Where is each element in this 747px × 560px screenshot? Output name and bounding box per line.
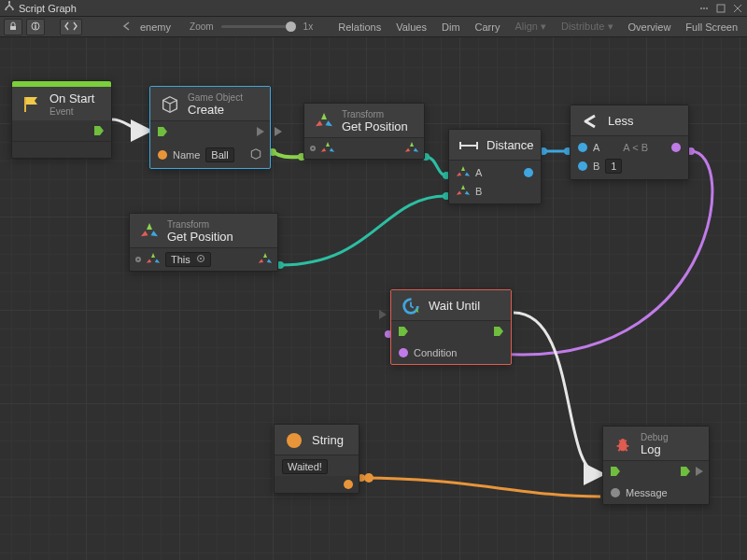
window-maximize-icon[interactable] bbox=[715, 3, 726, 14]
string-out-port[interactable] bbox=[344, 480, 353, 489]
exec-in-port[interactable] bbox=[397, 325, 410, 338]
breadcrumb-back-button[interactable] bbox=[118, 19, 136, 35]
condition-label: Condition bbox=[414, 347, 457, 358]
node-category: Transform bbox=[342, 109, 408, 120]
window-titlebar: Script Graph bbox=[0, 0, 747, 17]
gameobject-out-port[interactable] bbox=[249, 147, 262, 162]
string-in-port[interactable] bbox=[158, 150, 167, 160]
name-input[interactable]: Ball bbox=[205, 147, 233, 162]
node-get-position-b[interactable]: Transform Get Position This bbox=[129, 213, 278, 272]
target-in-port[interactable] bbox=[310, 146, 316, 151]
less-than-icon bbox=[580, 111, 600, 132]
node-title: Less bbox=[608, 115, 633, 129]
tab-dim[interactable]: Dim bbox=[436, 21, 466, 33]
message-label: Message bbox=[626, 487, 668, 498]
node-debug-log[interactable]: Debug Log Message bbox=[602, 426, 710, 505]
svg-point-4 bbox=[703, 7, 705, 9]
exec-out-port[interactable] bbox=[492, 325, 505, 338]
zoom-handle[interactable] bbox=[286, 21, 296, 32]
node-string[interactable]: String Waited! bbox=[274, 424, 359, 494]
exec-out-port[interactable] bbox=[257, 127, 264, 136]
breadcrumb-label[interactable]: enemy bbox=[140, 21, 176, 33]
node-less[interactable]: Less A A < B B 1 bbox=[570, 105, 689, 180]
float-in-port-b[interactable] bbox=[578, 161, 587, 171]
node-title: Wait Until bbox=[429, 300, 480, 314]
input-a-label: A bbox=[475, 167, 482, 178]
window-menu-icon[interactable] bbox=[698, 3, 710, 14]
node-category: Game Object bbox=[188, 92, 243, 104]
lock-button[interactable] bbox=[4, 19, 22, 35]
node-title: Log bbox=[641, 443, 668, 457]
svg-point-3 bbox=[700, 7, 702, 9]
input-label: Name bbox=[173, 149, 200, 161]
left-arrow-icon bbox=[122, 21, 132, 34]
b-value-input[interactable]: 1 bbox=[605, 159, 622, 174]
lock-icon bbox=[8, 21, 18, 34]
vector3-out-port[interactable] bbox=[405, 142, 418, 155]
wait-icon bbox=[401, 296, 421, 316]
node-title: Get Position bbox=[342, 120, 408, 134]
vector3-in-port-b[interactable] bbox=[457, 185, 470, 198]
node-title: Create bbox=[188, 104, 243, 118]
tab-values[interactable]: Values bbox=[390, 21, 432, 33]
svg-rect-6 bbox=[717, 5, 725, 12]
zoom-value: 1x bbox=[303, 21, 314, 32]
expr-label: A < B bbox=[623, 142, 648, 153]
float-in-port-a[interactable] bbox=[578, 143, 587, 152]
graph-scope-button[interactable] bbox=[60, 19, 82, 35]
string-icon bbox=[284, 430, 304, 451]
message-in-port[interactable] bbox=[611, 488, 620, 497]
tab-fullscreen[interactable]: Full Screen bbox=[680, 21, 743, 33]
float-out-port[interactable] bbox=[524, 168, 533, 177]
exec-in-port[interactable] bbox=[609, 465, 622, 478]
svg-rect-9 bbox=[35, 25, 35, 29]
node-gameobject-create[interactable]: Game Object Create Name Ball bbox=[149, 86, 271, 169]
vector3-out-port[interactable] bbox=[259, 253, 272, 266]
tab-align: Align ▾ bbox=[509, 21, 552, 33]
node-category: Transform bbox=[167, 219, 233, 231]
transform-icon bbox=[314, 111, 334, 132]
svg-point-24 bbox=[200, 258, 202, 259]
string-value-input[interactable]: Waited! bbox=[282, 459, 328, 474]
tab-distribute: Distribute ▾ bbox=[556, 21, 619, 33]
vector3-in-port-a[interactable] bbox=[457, 166, 470, 179]
zoom-slider[interactable] bbox=[221, 25, 296, 28]
target-picker-icon bbox=[196, 254, 205, 265]
bool-out-port[interactable] bbox=[671, 143, 681, 152]
info-icon bbox=[31, 21, 40, 34]
target-dropdown[interactable]: This bbox=[165, 252, 211, 267]
svg-point-10 bbox=[35, 22, 36, 24]
node-on-start[interactable]: On Start Event bbox=[11, 80, 112, 159]
toolbar: enemy Zoom 1x Relations Values Dim Carry… bbox=[0, 17, 747, 37]
node-get-position-a[interactable]: Transform Get Position bbox=[303, 103, 425, 160]
tab-relations[interactable]: Relations bbox=[332, 21, 387, 33]
bool-in-port[interactable] bbox=[399, 348, 408, 357]
distance-icon bbox=[458, 135, 479, 156]
svg-rect-7 bbox=[10, 26, 16, 30]
exec-out-port[interactable] bbox=[92, 124, 106, 137]
exec-in-port[interactable] bbox=[156, 125, 169, 138]
node-distance[interactable]: Distance A B bbox=[448, 129, 542, 204]
window-title: Script Graph bbox=[19, 3, 77, 14]
svg-point-0 bbox=[8, 1, 10, 3]
svg-point-27 bbox=[621, 439, 626, 443]
input-b-label: B bbox=[475, 186, 482, 197]
input-a-label: A bbox=[593, 142, 599, 153]
info-button[interactable] bbox=[26, 19, 45, 35]
transform-icon bbox=[139, 221, 160, 242]
svg-point-1 bbox=[5, 8, 7, 10]
flag-icon bbox=[21, 94, 42, 115]
window-close-icon[interactable] bbox=[732, 3, 743, 14]
transform-port-icon bbox=[147, 253, 160, 266]
exec-out-port[interactable] bbox=[679, 465, 692, 478]
tab-overview[interactable]: Overview bbox=[623, 21, 677, 33]
target-in-port[interactable] bbox=[135, 257, 141, 262]
exec-out-tri[interactable] bbox=[696, 467, 703, 476]
zoom-label: Zoom bbox=[190, 21, 214, 32]
node-wait-until[interactable]: Wait Until Condition bbox=[390, 289, 512, 365]
node-title: String bbox=[312, 434, 344, 448]
graph-canvas[interactable]: On Start Event Game Object Create bbox=[0, 37, 747, 560]
svg-point-2 bbox=[12, 8, 14, 10]
tab-carry[interactable]: Carry bbox=[470, 21, 506, 33]
transform-port-icon bbox=[321, 142, 334, 155]
